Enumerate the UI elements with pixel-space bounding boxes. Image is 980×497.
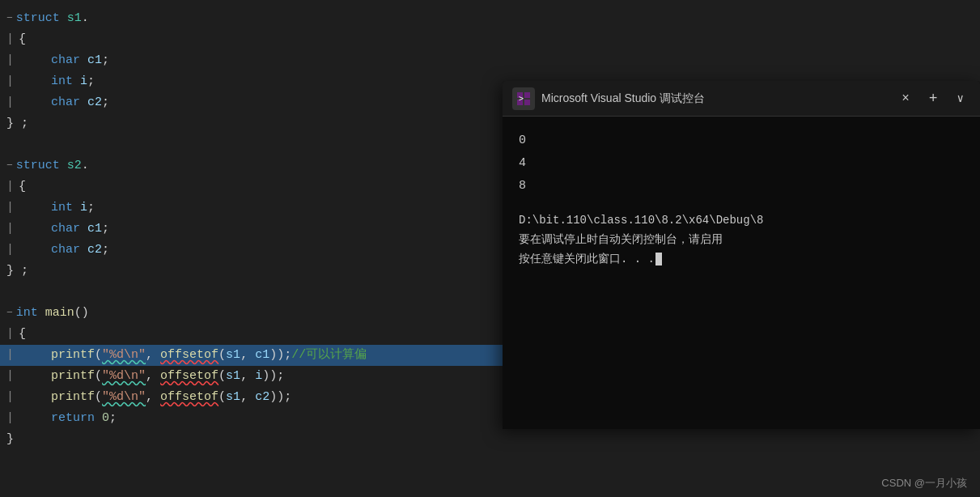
code-line: |{ [0, 29, 510, 50]
code-line: } ; [0, 113, 510, 134]
svg-text:>: > [519, 94, 524, 103]
guide-bar: | [6, 240, 14, 261]
cursor [655, 253, 662, 265]
terminal-titlebar: > Microsoft Visual Studio 调试控台 × + ∨ [503, 81, 980, 117]
terminal-output-1: 4 [519, 152, 964, 175]
terminal-window: > Microsoft Visual Studio 调试控台 × + ∨ 0 4… [503, 81, 980, 429]
guide-bar: | [6, 366, 14, 387]
code-line: |char c2; [0, 92, 510, 113]
guide-bar: | [6, 198, 14, 219]
code-line: |printf("%d\n", offsetof(s1, c2)); [0, 387, 510, 408]
code-line: |{ [0, 324, 510, 345]
terminal-add-button[interactable]: + [923, 87, 944, 110]
keyword-struct: struct [16, 8, 60, 29]
code-line: |int i; [0, 71, 510, 92]
terminal-path: D:\bit.110\class.110\8.2\x64\Debug\8 要在调… [519, 210, 964, 269]
terminal-output-0: 0 [519, 130, 964, 152]
code-line-blank [0, 134, 510, 155]
code-editor: −struct s1. |{ |char c1; |int i; |char c… [0, 0, 510, 497]
vs-icon: > [512, 87, 535, 110]
guide-bar: | [6, 219, 14, 240]
guide-bar: | [6, 92, 14, 113]
terminal-output-2: 8 [519, 175, 964, 198]
guide-bar: | [6, 324, 14, 345]
svg-rect-1 [524, 92, 530, 98]
terminal-chevron-button[interactable]: ∨ [951, 88, 970, 108]
struct-name: s1 [67, 8, 82, 29]
code-line: } [0, 429, 510, 450]
code-line: −struct s1. [0, 8, 510, 29]
guide-bar: | [6, 71, 14, 92]
guide-bar: | [6, 387, 14, 408]
collapse-icon[interactable]: − [6, 303, 13, 324]
terminal-body: 0 4 8 D:\bit.110\class.110\8.2\x64\Debug… [503, 117, 980, 429]
collapse-icon[interactable]: − [6, 8, 13, 29]
code-line: } ; [0, 261, 510, 282]
code-line-highlighted: |printf("%d\n", offsetof(s1, c1));//可以计算… [0, 345, 510, 366]
terminal-close-button[interactable]: × [895, 88, 916, 109]
code-line: −struct s2. [0, 155, 510, 176]
guide-bar: | [6, 176, 14, 198]
code-line: −int main() [0, 303, 510, 324]
guide-bar: | [6, 408, 14, 429]
code-line: |int i; [0, 198, 510, 219]
code-line: |{ [0, 176, 510, 198]
terminal-title: Microsoft Visual Studio 调试控台 [541, 91, 889, 106]
code-line: |char c1; [0, 50, 510, 71]
watermark: CSDN @一月小孩 [881, 476, 967, 491]
code-line-blank [0, 282, 510, 303]
code-line: |return 0; [0, 408, 510, 429]
svg-rect-3 [524, 100, 530, 105]
code-line: |printf("%d\n", offsetof(s1, i)); [0, 366, 510, 387]
guide-bar: | [6, 29, 14, 50]
guide-bar: | [6, 50, 14, 71]
code-line: |char c2; [0, 240, 510, 261]
guide-bar: | [6, 345, 14, 366]
code-line: |char c1; [0, 219, 510, 240]
collapse-icon[interactable]: − [6, 155, 13, 176]
